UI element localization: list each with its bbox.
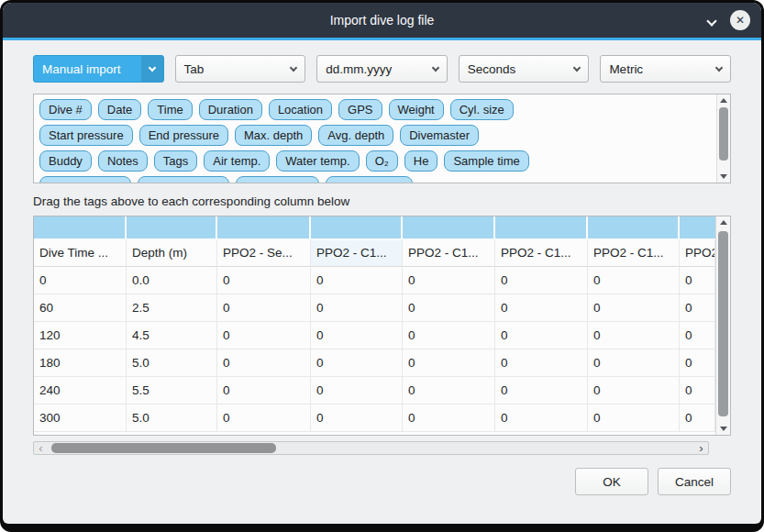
titlebar[interactable]: Import dive log file ✕ [3,3,761,38]
ok-button[interactable]: OK [575,468,648,495]
date-format-combo[interactable]: dd.mm.yyyy [316,55,448,83]
table-cell[interactable]: 120 [34,322,127,349]
table-cell[interactable]: 4.5 [127,322,217,349]
table-cell[interactable]: 0 [403,349,495,377]
drag-tag[interactable]: Sample depth [39,176,131,183]
table-cell[interactable]: 0 [217,267,311,294]
scrollbar-track[interactable] [48,442,694,454]
drag-tag[interactable]: End pressure [139,125,228,146]
table-cell[interactable]: 0 [217,322,311,349]
drag-tag[interactable]: Time [148,99,192,120]
table-cell[interactable]: 0 [680,405,715,432]
column-header[interactable]: PPO2 - C1... [311,240,403,267]
table-cell[interactable]: 0 [680,377,715,405]
drag-tag[interactable]: Water temp. [276,150,359,172]
tag-list-scrollbar[interactable] [716,94,730,183]
table-cell[interactable]: 0 [217,294,311,322]
drag-tag[interactable]: Max. depth [235,125,312,146]
scrollbar-thumb[interactable] [719,107,728,161]
table-cell[interactable]: 180 [34,349,127,377]
table-cell[interactable]: 0 [495,377,588,405]
drag-tag[interactable]: Dive # [39,99,92,120]
drag-tag[interactable]: Sample pO₂ [236,176,318,183]
drop-target-cell[interactable] [311,216,403,238]
scroll-left-icon[interactable]: ‹ [34,443,48,454]
table-cell[interactable]: 0 [495,267,588,294]
table-cell[interactable]: 0 [588,322,680,349]
column-header[interactable]: PPO2 - C1... [403,240,495,267]
drop-target-cell[interactable] [495,216,588,238]
column-header[interactable]: PPO2 - C1... [588,240,680,267]
table-cell[interactable]: 0 [495,405,588,432]
table-cell[interactable]: 0 [588,349,680,377]
drop-target-cell[interactable] [680,216,715,238]
table-cell[interactable]: 0 [311,267,403,294]
table-cell[interactable]: 60 [34,294,127,322]
table-cell[interactable]: 0 [217,349,311,377]
horizontal-scrollbar[interactable]: ‹ › [33,441,709,455]
table-cell[interactable]: 0 [34,267,127,294]
table-cell[interactable]: 0 [495,294,588,322]
table-cell[interactable]: 0 [588,377,680,405]
table-cell[interactable]: 0 [311,322,403,349]
import-mode-combo[interactable]: Manual import [33,55,164,83]
table-cell[interactable]: 5.0 [127,405,217,432]
drag-tag[interactable]: Weight [389,99,444,120]
table-cell[interactable]: 0 [403,267,495,294]
scroll-right-icon[interactable]: › [694,443,708,454]
table-cell[interactable]: 0 [495,349,588,377]
drag-tag[interactable]: Start pressure [39,125,133,146]
column-header[interactable]: PPO2 - C1... [495,240,588,267]
table-cell[interactable]: 0 [311,349,403,377]
drag-tag[interactable]: Duration [199,99,262,120]
table-cell[interactable]: 0 [680,349,715,377]
drag-tag[interactable]: Date [98,99,141,120]
duration-format-combo[interactable]: Seconds [459,55,590,83]
drop-target-cell[interactable] [34,216,127,238]
drop-target-cell[interactable] [588,216,680,238]
table-cell[interactable]: 0 [217,377,311,405]
drag-tag[interactable]: Buddy [39,150,92,172]
table-cell[interactable]: 0 [403,322,495,349]
table-cell[interactable]: 240 [34,377,127,405]
drag-tag[interactable]: He [404,150,438,172]
table-cell[interactable]: 0.0 [127,267,217,294]
drag-tag[interactable]: Location [269,99,332,120]
column-header[interactable]: PPO2 - C1... [680,240,715,267]
table-cell[interactable]: 0 [680,267,715,294]
field-separator-combo[interactable]: Tab [175,55,306,83]
table-cell[interactable]: 0 [311,377,403,405]
drag-tag[interactable]: Sample temp. [138,176,229,183]
scroll-up-icon[interactable] [720,220,727,225]
table-cell[interactable]: 300 [34,405,127,432]
table-cell[interactable]: 2.5 [127,294,217,322]
drop-target-cell[interactable] [217,216,311,238]
scroll-down-icon[interactable] [720,427,727,431]
table-cell[interactable]: 0 [217,405,311,432]
units-combo[interactable]: Metric [600,55,731,83]
drag-tag[interactable]: Cyl. size [450,99,514,120]
column-header[interactable]: Depth (m) [127,240,217,267]
drag-tag[interactable]: Avg. depth [318,125,393,146]
table-cell[interactable]: 0 [495,322,588,349]
table-cell[interactable]: 0 [403,377,495,405]
shade-window-button[interactable] [704,12,719,29]
table-cell[interactable]: 0 [680,294,715,322]
drop-target-cell[interactable] [403,216,495,238]
table-cell[interactable]: 0 [311,294,403,322]
cancel-button[interactable]: Cancel [658,468,731,495]
table-cell[interactable]: 5.5 [127,377,217,405]
table-scrollbar[interactable] [715,216,730,435]
drag-tag[interactable]: O₂ [366,150,398,172]
column-header[interactable]: Dive Time ... [34,240,127,267]
drop-target-cell[interactable] [127,216,217,238]
drag-tag[interactable]: Notes [98,150,148,172]
table-cell[interactable]: 5.0 [127,349,217,377]
table-cell[interactable]: 0 [588,405,680,432]
scroll-up-icon[interactable] [720,98,727,103]
drag-tag[interactable]: Sample time [444,150,528,172]
scroll-down-icon[interactable] [720,174,727,179]
drag-tag[interactable]: Tags [154,150,197,172]
table-cell[interactable]: 0 [588,294,680,322]
table-cell[interactable]: 0 [588,267,680,294]
